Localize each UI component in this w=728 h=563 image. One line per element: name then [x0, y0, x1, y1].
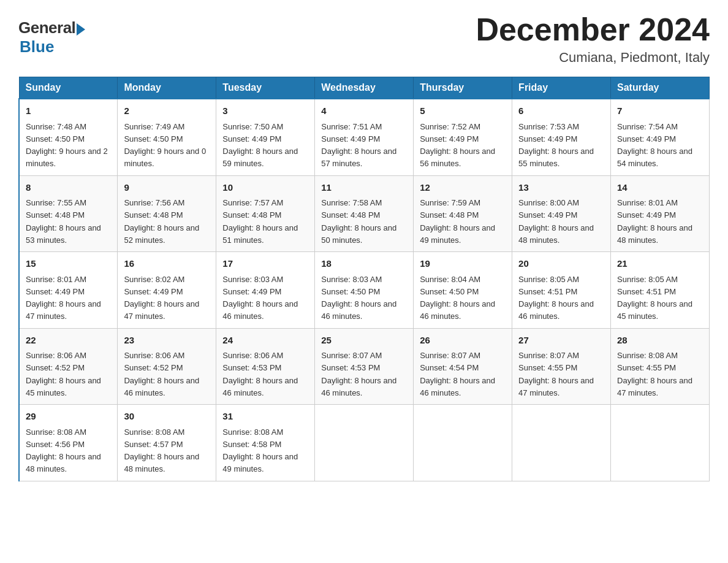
day-number: 16	[124, 257, 210, 271]
day-number: 6	[518, 104, 604, 118]
calendar-cell: 7Sunrise: 7:54 AMSunset: 4:49 PMDaylight…	[611, 99, 710, 175]
week-row-2: 8Sunrise: 7:55 AMSunset: 4:48 PMDaylight…	[19, 175, 710, 252]
calendar-header-row: SundayMondayTuesdayWednesdayThursdayFrid…	[19, 77, 710, 99]
calendar-cell: 29Sunrise: 8:08 AMSunset: 4:56 PMDayligh…	[19, 405, 118, 481]
day-number: 11	[321, 181, 407, 195]
header-tuesday: Tuesday	[216, 77, 315, 99]
calendar-cell: 16Sunrise: 8:02 AMSunset: 4:49 PMDayligh…	[118, 252, 216, 329]
calendar-cell: 6Sunrise: 7:53 AMSunset: 4:49 PMDaylight…	[512, 99, 611, 175]
location-title: Cumiana, Piedmont, Italy	[476, 50, 710, 66]
day-number: 30	[124, 410, 210, 424]
header-saturday: Saturday	[611, 77, 710, 99]
day-info: Sunrise: 7:57 AMSunset: 4:48 PMDaylight:…	[222, 198, 298, 245]
page-header: General Blue December 2024 Cumiana, Pied…	[18, 12, 710, 66]
calendar-cell: 4Sunrise: 7:51 AMSunset: 4:49 PMDaylight…	[315, 99, 414, 175]
day-number: 1	[26, 104, 111, 118]
calendar-cell	[315, 405, 414, 481]
day-number: 24	[222, 334, 308, 348]
day-number: 13	[518, 181, 604, 195]
header-sunday: Sunday	[19, 77, 118, 99]
day-info: Sunrise: 7:55 AMSunset: 4:48 PMDaylight:…	[26, 198, 101, 245]
calendar-cell: 17Sunrise: 8:03 AMSunset: 4:49 PMDayligh…	[216, 252, 315, 329]
calendar-cell: 8Sunrise: 7:55 AMSunset: 4:48 PMDaylight…	[19, 175, 118, 252]
calendar-cell: 25Sunrise: 8:07 AMSunset: 4:53 PMDayligh…	[315, 328, 414, 405]
calendar-cell	[414, 405, 512, 481]
day-number: 28	[617, 334, 703, 348]
header-wednesday: Wednesday	[315, 77, 414, 99]
day-info: Sunrise: 8:08 AMSunset: 4:57 PMDaylight:…	[124, 427, 199, 474]
day-info: Sunrise: 8:08 AMSunset: 4:55 PMDaylight:…	[617, 351, 692, 397]
day-info: Sunrise: 8:04 AMSunset: 4:50 PMDaylight:…	[420, 275, 495, 321]
calendar-cell: 10Sunrise: 7:57 AMSunset: 4:48 PMDayligh…	[216, 175, 315, 252]
calendar-cell: 19Sunrise: 8:04 AMSunset: 4:50 PMDayligh…	[414, 252, 512, 329]
day-number: 12	[420, 181, 506, 195]
day-info: Sunrise: 8:03 AMSunset: 4:50 PMDaylight:…	[321, 275, 396, 321]
day-number: 7	[617, 104, 703, 118]
calendar-cell: 5Sunrise: 7:52 AMSunset: 4:49 PMDaylight…	[414, 99, 512, 175]
day-info: Sunrise: 8:05 AMSunset: 4:51 PMDaylight:…	[617, 275, 692, 321]
day-info: Sunrise: 8:08 AMSunset: 4:58 PMDaylight:…	[222, 427, 298, 474]
day-info: Sunrise: 7:49 AMSunset: 4:50 PMDaylight:…	[124, 122, 206, 169]
day-info: Sunrise: 8:03 AMSunset: 4:49 PMDaylight:…	[222, 275, 298, 321]
day-info: Sunrise: 8:07 AMSunset: 4:53 PMDaylight:…	[321, 351, 396, 397]
day-number: 17	[222, 257, 308, 271]
day-info: Sunrise: 7:53 AMSunset: 4:49 PMDaylight:…	[518, 122, 594, 169]
logo: General Blue	[18, 18, 85, 56]
logo-arrow-icon	[77, 23, 85, 36]
day-info: Sunrise: 7:51 AMSunset: 4:49 PMDaylight:…	[321, 122, 396, 169]
day-number: 21	[617, 257, 703, 271]
day-info: Sunrise: 7:54 AMSunset: 4:49 PMDaylight:…	[617, 122, 692, 169]
week-row-3: 15Sunrise: 8:01 AMSunset: 4:49 PMDayligh…	[19, 252, 710, 329]
calendar-cell: 14Sunrise: 8:01 AMSunset: 4:49 PMDayligh…	[611, 175, 710, 252]
day-info: Sunrise: 8:01 AMSunset: 4:49 PMDaylight:…	[617, 198, 692, 245]
calendar-cell: 20Sunrise: 8:05 AMSunset: 4:51 PMDayligh…	[512, 252, 611, 329]
month-title: December 2024	[476, 12, 710, 47]
day-info: Sunrise: 7:56 AMSunset: 4:48 PMDaylight:…	[124, 198, 199, 245]
day-number: 22	[26, 334, 111, 348]
day-number: 4	[321, 104, 407, 118]
calendar-table: SundayMondayTuesdayWednesdayThursdayFrid…	[18, 77, 710, 481]
calendar-cell: 21Sunrise: 8:05 AMSunset: 4:51 PMDayligh…	[611, 252, 710, 329]
calendar-cell: 22Sunrise: 8:06 AMSunset: 4:52 PMDayligh…	[19, 328, 118, 405]
calendar-cell: 1Sunrise: 7:48 AMSunset: 4:50 PMDaylight…	[19, 99, 118, 175]
calendar-cell: 24Sunrise: 8:06 AMSunset: 4:53 PMDayligh…	[216, 328, 315, 405]
day-number: 19	[420, 257, 506, 271]
day-info: Sunrise: 8:07 AMSunset: 4:55 PMDaylight:…	[518, 351, 594, 397]
day-number: 18	[321, 257, 407, 271]
calendar-cell: 18Sunrise: 8:03 AMSunset: 4:50 PMDayligh…	[315, 252, 414, 329]
day-info: Sunrise: 8:06 AMSunset: 4:53 PMDaylight:…	[222, 351, 298, 397]
day-info: Sunrise: 8:05 AMSunset: 4:51 PMDaylight:…	[518, 275, 594, 321]
logo-blue-text: Blue	[20, 37, 54, 56]
calendar-cell: 3Sunrise: 7:50 AMSunset: 4:49 PMDaylight…	[216, 99, 315, 175]
header-friday: Friday	[512, 77, 611, 99]
day-info: Sunrise: 8:01 AMSunset: 4:49 PMDaylight:…	[26, 275, 101, 321]
title-block: December 2024 Cumiana, Piedmont, Italy	[476, 12, 710, 66]
day-info: Sunrise: 7:48 AMSunset: 4:50 PMDaylight:…	[26, 122, 108, 169]
calendar-cell: 13Sunrise: 8:00 AMSunset: 4:49 PMDayligh…	[512, 175, 611, 252]
calendar-cell: 31Sunrise: 8:08 AMSunset: 4:58 PMDayligh…	[216, 405, 315, 481]
calendar-cell	[512, 405, 611, 481]
calendar-cell	[611, 405, 710, 481]
calendar-cell: 9Sunrise: 7:56 AMSunset: 4:48 PMDaylight…	[118, 175, 216, 252]
day-number: 3	[222, 104, 308, 118]
calendar-cell: 2Sunrise: 7:49 AMSunset: 4:50 PMDaylight…	[118, 99, 216, 175]
day-number: 14	[617, 181, 703, 195]
day-number: 27	[518, 334, 604, 348]
day-info: Sunrise: 8:00 AMSunset: 4:49 PMDaylight:…	[518, 198, 594, 245]
calendar-cell: 30Sunrise: 8:08 AMSunset: 4:57 PMDayligh…	[118, 405, 216, 481]
day-number: 25	[321, 334, 407, 348]
calendar-cell: 12Sunrise: 7:59 AMSunset: 4:48 PMDayligh…	[414, 175, 512, 252]
day-number: 2	[124, 104, 210, 118]
day-number: 8	[26, 181, 111, 195]
logo-general-text: General	[18, 18, 75, 37]
calendar-cell: 26Sunrise: 8:07 AMSunset: 4:54 PMDayligh…	[414, 328, 512, 405]
day-info: Sunrise: 7:59 AMSunset: 4:48 PMDaylight:…	[420, 198, 495, 245]
day-info: Sunrise: 8:02 AMSunset: 4:49 PMDaylight:…	[124, 275, 199, 321]
week-row-4: 22Sunrise: 8:06 AMSunset: 4:52 PMDayligh…	[19, 328, 710, 405]
day-info: Sunrise: 8:08 AMSunset: 4:56 PMDaylight:…	[26, 427, 101, 474]
day-number: 23	[124, 334, 210, 348]
day-number: 20	[518, 257, 604, 271]
day-number: 15	[26, 257, 111, 271]
calendar-cell: 27Sunrise: 8:07 AMSunset: 4:55 PMDayligh…	[512, 328, 611, 405]
day-info: Sunrise: 7:50 AMSunset: 4:49 PMDaylight:…	[222, 122, 298, 169]
